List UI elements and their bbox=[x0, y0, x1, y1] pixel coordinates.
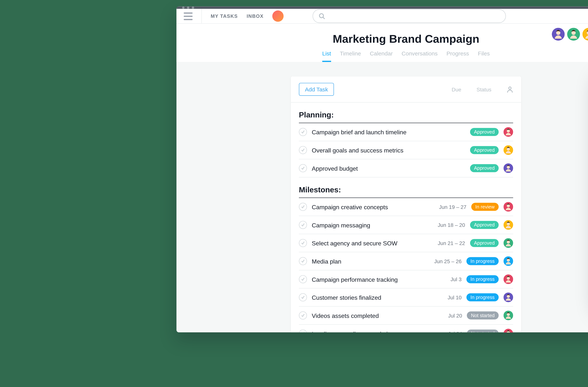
search-icon bbox=[319, 13, 325, 19]
col-due: Due bbox=[452, 86, 461, 92]
task-row[interactable]: Videos assets completedJul 20Not started bbox=[299, 307, 513, 325]
avatar bbox=[567, 28, 580, 41]
complete-checkbox[interactable] bbox=[299, 146, 307, 154]
avatar bbox=[504, 292, 513, 302]
task-list-card: Add Task Due Status Planning:Campaign br… bbox=[291, 77, 521, 332]
task-row[interactable]: Overall goals and success metricsApprove… bbox=[299, 141, 513, 159]
task-due: Jun 25 – 26 bbox=[434, 258, 462, 264]
status-pill: Approved bbox=[470, 146, 499, 154]
avatar bbox=[504, 310, 513, 320]
complete-checkbox[interactable] bbox=[299, 239, 307, 247]
complete-checkbox[interactable] bbox=[299, 257, 307, 265]
complete-checkbox[interactable] bbox=[299, 221, 307, 229]
task-row[interactable]: Campaign messagingJun 18 – 20Approved bbox=[299, 216, 513, 234]
task-name: Videos assets completed bbox=[312, 312, 443, 319]
task-due: Jul 20 bbox=[448, 312, 462, 318]
section-title: Planning: bbox=[299, 103, 513, 123]
tab-conversations[interactable]: Conversations bbox=[402, 50, 438, 62]
status-pill: In progress bbox=[466, 257, 499, 265]
task-name: Landing pages live on website bbox=[312, 330, 443, 332]
status-pill: Approved bbox=[470, 128, 499, 136]
status-pill: In progress bbox=[466, 293, 499, 301]
task-name: Campaign messaging bbox=[312, 221, 433, 228]
complete-checkbox[interactable] bbox=[299, 164, 307, 172]
avatar bbox=[504, 202, 513, 212]
tab-calendar[interactable]: Calendar bbox=[370, 50, 393, 62]
task-name: Select agency and secure SOW bbox=[312, 240, 433, 247]
avatar bbox=[504, 145, 513, 155]
avatar bbox=[582, 28, 588, 41]
avatar bbox=[504, 238, 513, 248]
task-due: Jun 21 – 22 bbox=[438, 240, 465, 246]
task-row[interactable]: Customer stories finalizedJul 10In progr… bbox=[299, 289, 513, 307]
task-due: Jul 3 bbox=[451, 276, 462, 282]
nav-inbox[interactable]: INBOX bbox=[247, 13, 263, 19]
window-chrome bbox=[176, 6, 588, 9]
tab-files[interactable]: Files bbox=[478, 50, 490, 62]
task-row[interactable]: Landing pages live on websiteJul 24Not s… bbox=[299, 325, 513, 332]
task-row[interactable]: Campaign creative conceptsJun 19 – 27In … bbox=[299, 198, 513, 216]
quick-add-button[interactable] bbox=[273, 11, 284, 22]
avatar bbox=[552, 28, 565, 41]
status-pill: Approved bbox=[470, 164, 499, 172]
avatar bbox=[504, 220, 513, 230]
complete-checkbox[interactable] bbox=[299, 329, 307, 332]
task-due: Jun 19 – 27 bbox=[439, 204, 466, 210]
section-title: Milestones: bbox=[299, 177, 513, 198]
desktop-window: MY TASKS INBOX Marketing Brand Campaign … bbox=[176, 6, 588, 332]
task-name: Media plan bbox=[312, 258, 429, 265]
divider bbox=[201, 9, 202, 23]
task-name: Campaign creative concepts bbox=[312, 203, 434, 210]
complete-checkbox[interactable] bbox=[299, 128, 307, 136]
avatar bbox=[504, 163, 513, 173]
tab-list[interactable]: List bbox=[322, 50, 331, 62]
task-due: Jun 18 – 20 bbox=[438, 222, 465, 228]
avatar bbox=[504, 127, 513, 137]
avatar bbox=[504, 329, 513, 332]
add-task-button[interactable]: Add Task bbox=[299, 83, 334, 96]
task-row[interactable]: Media planJun 25 – 26In progress bbox=[299, 252, 513, 271]
assignee-icon bbox=[507, 86, 513, 93]
task-row[interactable]: Campaign performance trackingJul 3In pro… bbox=[299, 270, 513, 289]
complete-checkbox[interactable] bbox=[299, 293, 307, 301]
task-name: Campaign performance tracking bbox=[312, 276, 446, 283]
search-input[interactable] bbox=[313, 9, 506, 23]
task-due: Jul 10 bbox=[448, 294, 462, 300]
complete-checkbox[interactable] bbox=[299, 275, 307, 283]
complete-checkbox[interactable] bbox=[299, 311, 307, 320]
nav-my-tasks[interactable]: MY TASKS bbox=[211, 13, 238, 19]
task-due: Jul 24 bbox=[448, 331, 462, 332]
task-name: Campaign brief and launch timeline bbox=[312, 129, 465, 135]
status-pill: In progress bbox=[466, 275, 499, 283]
status-pill: Not started bbox=[467, 329, 499, 332]
tab-timeline[interactable]: Timeline bbox=[340, 50, 361, 62]
project-members bbox=[552, 28, 588, 41]
task-name: Approved budget bbox=[312, 165, 465, 172]
task-row[interactable]: Campaign brief and launch timelineApprov… bbox=[299, 123, 513, 141]
project-title: Marketing Brand Campaign bbox=[185, 33, 588, 45]
project-header: Marketing Brand Campaign ListTimelineCal… bbox=[176, 24, 588, 62]
task-row[interactable]: Select agency and secure SOWJun 21 – 22A… bbox=[299, 234, 513, 252]
top-nav: MY TASKS INBOX bbox=[176, 9, 588, 24]
task-row[interactable]: Approved budgetApproved bbox=[299, 159, 513, 177]
tab-progress[interactable]: Progress bbox=[446, 50, 469, 62]
status-pill: Not started bbox=[467, 311, 499, 320]
task-name: Customer stories finalized bbox=[312, 294, 443, 301]
status-pill: In review bbox=[471, 203, 499, 211]
avatar bbox=[504, 274, 513, 284]
complete-checkbox[interactable] bbox=[299, 203, 307, 211]
col-status: Status bbox=[477, 86, 491, 92]
view-tabs: ListTimelineCalendarConversationsProgres… bbox=[185, 50, 588, 62]
task-name: Overall goals and success metrics bbox=[312, 147, 465, 154]
list-header: Add Task Due Status bbox=[291, 77, 521, 103]
avatar bbox=[504, 256, 513, 266]
status-pill: Approved bbox=[470, 239, 499, 247]
menu-icon[interactable] bbox=[184, 12, 192, 20]
status-pill: Approved bbox=[470, 221, 499, 229]
